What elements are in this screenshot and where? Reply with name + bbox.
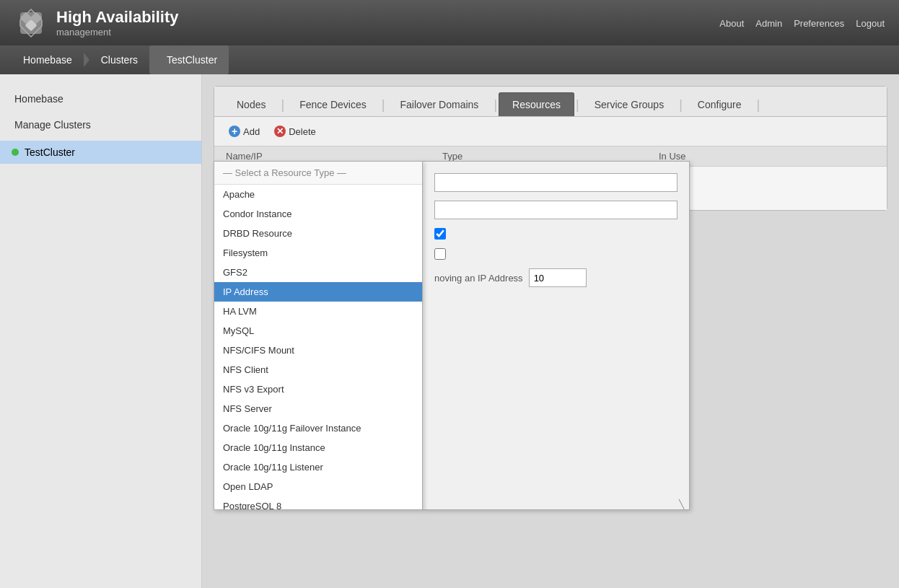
option-ip-address[interactable]: IP Address	[214, 282, 422, 302]
tab-sep-3: |	[492, 98, 499, 111]
col-in-use: In Use	[659, 151, 875, 162]
option-gfs2[interactable]: GFS2	[214, 263, 422, 282]
option-nfs-client[interactable]: NFS Client	[214, 360, 422, 379]
form-panel: noving an IP Address ╲	[423, 161, 690, 510]
option-nfs-server[interactable]: NFS Server	[214, 399, 422, 418]
tab-bar: Nodes | Fence Devices | Failover Domains…	[214, 87, 887, 117]
breadcrumb-testcluster[interactable]: TestCluster	[149, 45, 229, 74]
form-row-number: noving an IP Address	[434, 268, 677, 287]
option-open-ldap[interactable]: Open LDAP	[214, 477, 422, 496]
resize-handle[interactable]: ╲	[679, 499, 688, 508]
tab-service-groups[interactable]: Service Groups	[581, 92, 677, 116]
app-subtitle: management	[56, 27, 179, 38]
dropdown-placeholder: — Select a Resource Type —	[214, 162, 422, 185]
form-row-checkbox-2	[434, 248, 677, 260]
logout-link[interactable]: Logout	[856, 17, 885, 28]
col-name-ip: Name/IP	[226, 151, 442, 162]
option-filesystem[interactable]: Filesystem	[214, 243, 422, 263]
form-row-1	[434, 173, 677, 192]
sidebar-item-homebase[interactable]: Homebase	[0, 86, 201, 112]
tab-nodes[interactable]: Nodes	[223, 92, 279, 116]
option-oracle-instance[interactable]: Oracle 10g/11g Instance	[214, 438, 422, 457]
logo-icon	[14, 6, 48, 40]
breadcrumb: Homebase Clusters TestCluster	[0, 45, 899, 74]
option-mysql[interactable]: MySQL	[214, 321, 422, 341]
option-condor-instance[interactable]: Condor Instance	[214, 204, 422, 224]
about-link[interactable]: About	[719, 17, 744, 28]
resource-type-dropdown[interactable]: — Select a Resource Type — Apache Condor…	[214, 161, 423, 510]
option-oracle-failover[interactable]: Oracle 10g/11g Failover Instance	[214, 418, 422, 438]
content-area: Nodes | Fence Devices | Failover Domains…	[202, 74, 899, 588]
preferences-link[interactable]: Preferences	[794, 17, 844, 28]
toolbar: + Add ✕ Delete	[214, 117, 887, 146]
form-checkbox-2[interactable]	[434, 248, 446, 260]
app-title-block: High Availability management	[56, 8, 179, 38]
delete-label: Delete	[289, 126, 316, 137]
tab-sep-4: |	[574, 98, 581, 111]
tab-sep-2: |	[380, 98, 387, 111]
option-nfs-v3-export[interactable]: NFS v3 Export	[214, 379, 422, 399]
dropdown-list: Apache Condor Instance DRBD Resource Fil…	[214, 185, 422, 509]
option-oracle-listener[interactable]: Oracle 10g/11g Listener	[214, 457, 422, 477]
moving-ip-label: noving an IP Address	[434, 273, 523, 284]
col-type: Type	[442, 151, 659, 162]
header-nav: About Admin Preferences Logout	[719, 17, 885, 28]
tab-failover-domains[interactable]: Failover Domains	[386, 92, 492, 116]
form-row-checkbox-1	[434, 228, 677, 240]
cluster-name: TestCluster	[25, 146, 75, 158]
admin-link[interactable]: Admin	[755, 17, 782, 28]
app-header: High Availability management About Admin…	[0, 0, 899, 45]
add-icon: +	[229, 126, 240, 137]
tab-resources[interactable]: Resources	[499, 92, 574, 116]
tab-configure[interactable]: Configure	[684, 92, 755, 116]
main-layout: Homebase Manage Clusters TestCluster Nod…	[0, 74, 899, 588]
form-field-2[interactable]	[434, 201, 677, 219]
form-field-1[interactable]	[434, 173, 677, 192]
option-apache[interactable]: Apache	[214, 185, 422, 204]
tab-fence-devices[interactable]: Fence Devices	[286, 92, 380, 116]
form-number-field[interactable]	[529, 268, 587, 287]
add-label: Add	[243, 126, 260, 137]
add-button[interactable]: + Add	[226, 124, 263, 139]
option-ha-lvm[interactable]: HA LVM	[214, 302, 422, 321]
logo-area: High Availability management	[14, 6, 179, 40]
form-row-2	[434, 201, 677, 219]
option-postgresql[interactable]: PostgreSQL 8	[214, 496, 422, 509]
delete-button[interactable]: ✕ Delete	[271, 124, 319, 139]
option-drbd-resource[interactable]: DRBD Resource	[214, 224, 422, 243]
tab-sep-5: |	[677, 98, 684, 111]
breadcrumb-homebase[interactable]: Homebase	[12, 45, 84, 74]
form-checkbox-1[interactable]	[434, 228, 446, 240]
cluster-status-dot	[12, 149, 19, 156]
delete-icon: ✕	[274, 126, 286, 137]
sidebar-item-manage-clusters[interactable]: Manage Clusters	[0, 112, 201, 138]
tab-sep-1: |	[279, 98, 286, 111]
sidebar: Homebase Manage Clusters TestCluster	[0, 74, 202, 588]
breadcrumb-clusters[interactable]: Clusters	[84, 45, 149, 74]
resource-panel: — Select a Resource Type — Apache Condor…	[214, 161, 690, 510]
option-nfs-cifs-mount[interactable]: NFS/CIFS Mount	[214, 341, 422, 360]
tab-sep-6: |	[755, 98, 762, 111]
app-title: High Availability	[56, 8, 179, 27]
sidebar-cluster-testcluster[interactable]: TestCluster	[0, 141, 201, 164]
